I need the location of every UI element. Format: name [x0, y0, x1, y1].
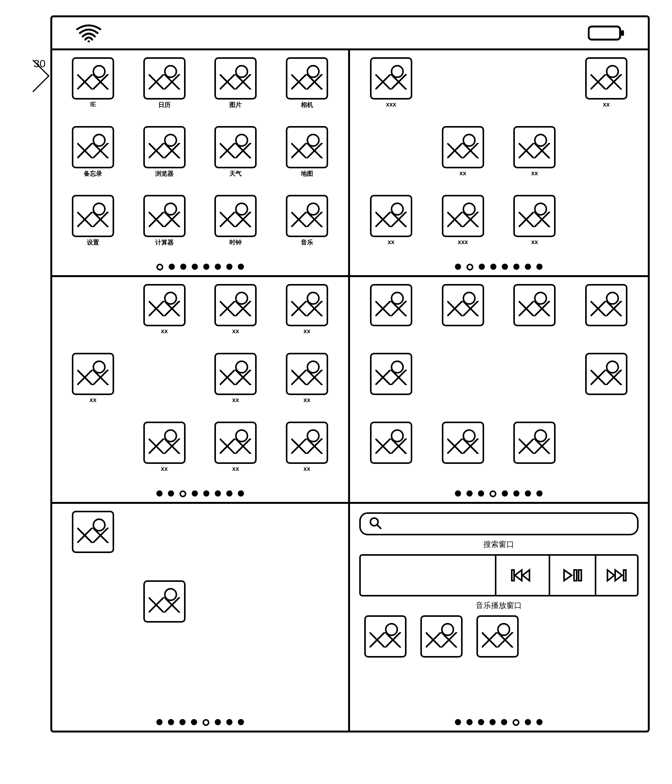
app-icon[interactable]: [583, 284, 629, 336]
page-dot[interactable]: [202, 719, 209, 726]
app-icon[interactable]: xxx: [440, 195, 486, 246]
app-icon[interactable]: [418, 615, 465, 667]
page-dot[interactable]: [179, 490, 186, 497]
page-dot[interactable]: [156, 719, 163, 725]
page-dot[interactable]: [479, 264, 485, 270]
page-dot[interactable]: [478, 490, 484, 497]
page-dot[interactable]: [490, 264, 496, 270]
page-dot[interactable]: [489, 490, 496, 497]
page-dot[interactable]: [513, 264, 519, 270]
page-dot[interactable]: [536, 264, 543, 270]
page-dot[interactable]: [466, 264, 473, 271]
page-dot[interactable]: [513, 719, 519, 726]
page-dot[interactable]: [238, 264, 244, 270]
page-dot[interactable]: [203, 490, 209, 497]
app-icon[interactable]: [141, 580, 187, 632]
app-icon[interactable]: xx: [70, 353, 116, 404]
page-dot[interactable]: [156, 264, 163, 271]
app-icon[interactable]: [511, 284, 558, 336]
app-icon[interactable]: xx: [284, 353, 330, 404]
app-icon[interactable]: [368, 353, 414, 404]
app-icon[interactable]: [70, 511, 116, 562]
page-dot[interactable]: [489, 719, 496, 725]
app-icon[interactable]: [362, 615, 408, 667]
page-dot[interactable]: [455, 719, 461, 725]
page-dot[interactable]: [525, 264, 531, 270]
page-dot[interactable]: [215, 264, 221, 270]
app-icon[interactable]: xx: [141, 284, 187, 336]
page-dot[interactable]: [455, 264, 461, 270]
app-icon[interactable]: [368, 422, 414, 473]
app-icon[interactable]: 日历: [141, 57, 187, 109]
app-icon[interactable]: 浏览器: [141, 126, 187, 178]
page-dot[interactable]: [226, 490, 232, 497]
app-icon[interactable]: [368, 284, 414, 336]
app-icon[interactable]: xx: [583, 57, 629, 109]
app-icon[interactable]: xx: [141, 422, 187, 473]
page-dot[interactable]: [215, 490, 221, 497]
app-icon[interactable]: xx: [212, 284, 259, 336]
page-dot[interactable]: [156, 490, 163, 497]
page-dot[interactable]: [525, 490, 531, 497]
page-dot[interactable]: [478, 719, 484, 725]
page-dot[interactable]: [502, 264, 508, 270]
page-dot[interactable]: [191, 719, 197, 725]
page-dot[interactable]: [455, 490, 461, 497]
app-icon[interactable]: 计算器: [141, 195, 187, 246]
next-button[interactable]: [595, 556, 637, 595]
page-dot[interactable]: [192, 490, 198, 497]
page-dot[interactable]: [502, 490, 508, 497]
page-indicator[interactable]: [359, 261, 639, 272]
page-dot[interactable]: [536, 719, 543, 725]
app-icon[interactable]: 音乐: [284, 195, 330, 246]
page-dot[interactable]: [168, 490, 174, 497]
page-dot[interactable]: [525, 719, 531, 725]
page-dot[interactable]: [168, 719, 174, 725]
app-icon[interactable]: 设置: [70, 195, 116, 246]
app-icon[interactable]: xx: [284, 422, 330, 473]
page-indicator[interactable]: [359, 488, 639, 499]
app-icon[interactable]: 时钟: [212, 195, 259, 246]
page-indicator[interactable]: [61, 261, 339, 272]
page-dot[interactable]: [215, 719, 221, 725]
app-icon[interactable]: [511, 422, 558, 473]
page-dot[interactable]: [513, 490, 519, 497]
page-dot[interactable]: [466, 490, 473, 497]
app-icon[interactable]: xx: [440, 126, 486, 178]
app-icon[interactable]: xxx: [368, 57, 414, 109]
page-dot[interactable]: [179, 719, 186, 725]
page-dot[interactable]: [238, 490, 244, 497]
page-dot[interactable]: [226, 264, 232, 270]
app-icon[interactable]: [440, 284, 486, 336]
app-icon[interactable]: 地图: [284, 126, 330, 178]
app-icon[interactable]: xx: [284, 284, 330, 336]
app-icon[interactable]: 图片: [212, 57, 259, 109]
page-indicator[interactable]: [61, 717, 339, 728]
app-icon[interactable]: xx: [511, 126, 558, 178]
page-indicator[interactable]: [61, 488, 339, 499]
app-icon[interactable]: xx: [511, 195, 558, 246]
page-dot[interactable]: [466, 719, 473, 725]
app-icon[interactable]: 相机: [284, 57, 330, 109]
page-dot[interactable]: [536, 490, 543, 497]
search-input[interactable]: [359, 512, 639, 535]
app-icon[interactable]: xx: [368, 195, 414, 246]
app-icon[interactable]: [475, 615, 521, 667]
page-dot[interactable]: [169, 264, 175, 270]
app-icon[interactable]: xx: [212, 353, 259, 404]
page-dot[interactable]: [180, 264, 186, 270]
app-icon[interactable]: xx: [212, 422, 259, 473]
previous-button[interactable]: [495, 556, 549, 595]
page-dot[interactable]: [238, 719, 244, 725]
page-dot[interactable]: [203, 264, 209, 270]
app-icon[interactable]: [440, 422, 486, 473]
page-dot[interactable]: [501, 719, 507, 725]
page-dot[interactable]: [192, 264, 198, 270]
app-icon[interactable]: 天气: [212, 126, 259, 178]
page-dot[interactable]: [226, 719, 232, 725]
app-icon[interactable]: IE: [70, 57, 116, 109]
app-icon[interactable]: 备忘录: [70, 126, 116, 178]
page-indicator[interactable]: [359, 717, 639, 728]
app-icon[interactable]: [583, 353, 629, 404]
play-pause-button[interactable]: [549, 556, 595, 595]
